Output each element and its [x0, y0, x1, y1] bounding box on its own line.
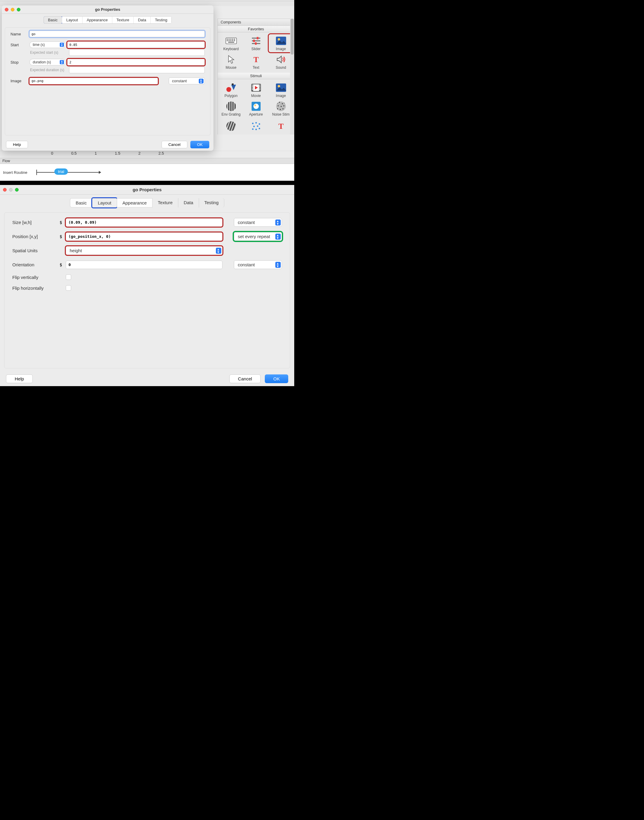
- insert-routine-button[interactable]: Insert Routine: [3, 170, 27, 175]
- orientation-label: Orientation: [12, 262, 54, 267]
- svg-rect-51: [284, 103, 285, 103]
- size-label: Size [w,h]: [12, 220, 54, 225]
- tab-data[interactable]: Data: [133, 17, 150, 23]
- stop-value-input[interactable]: [67, 59, 205, 66]
- sound-icon: [275, 54, 287, 65]
- svg-rect-49: [279, 102, 280, 103]
- tab-testing[interactable]: Testing: [199, 198, 225, 207]
- svg-rect-27: [252, 86, 253, 87]
- tab-layout[interactable]: Layout: [62, 17, 83, 23]
- component-env-grating[interactable]: Env Grating: [219, 100, 243, 118]
- maximize-icon[interactable]: [17, 8, 20, 11]
- tab-appearance[interactable]: Appearance: [117, 198, 152, 207]
- flow-timeline: trial: [36, 172, 100, 173]
- svg-rect-41: [232, 101, 233, 111]
- movie-icon: [250, 82, 262, 93]
- tab-texture[interactable]: Texture: [152, 198, 178, 207]
- minimize-icon[interactable]: [9, 188, 12, 192]
- component-mouse[interactable]: Mouse: [219, 53, 243, 71]
- minimize-icon[interactable]: [11, 8, 14, 11]
- flip-horiz-label: Flip horizontally: [12, 285, 54, 291]
- svg-rect-4: [232, 39, 233, 40]
- svg-rect-50: [282, 103, 283, 104]
- close-icon[interactable]: [3, 188, 7, 192]
- svg-rect-54: [284, 106, 284, 106]
- cancel-button[interactable]: Cancel: [161, 141, 187, 148]
- position-label: Position [x,y]: [12, 234, 54, 239]
- ok-button[interactable]: OK: [265, 374, 288, 383]
- flow-canvas: Insert Routine trial: [0, 164, 294, 181]
- svg-rect-22: [232, 83, 233, 85]
- svg-rect-57: [282, 109, 284, 109]
- component-movie[interactable]: Movie: [244, 81, 268, 99]
- components-scrollbar[interactable]: [290, 18, 294, 135]
- maximize-icon[interactable]: [15, 188, 18, 192]
- tabs: Basic Layout Appearance Texture Data Tes…: [43, 16, 172, 24]
- svg-point-71: [259, 128, 260, 129]
- tab-appearance[interactable]: Appearance: [83, 17, 112, 23]
- size-input[interactable]: [66, 218, 222, 227]
- svg-point-66: [259, 123, 260, 125]
- expected-start-input[interactable]: [69, 49, 205, 56]
- component-extra-1[interactable]: [219, 120, 243, 133]
- dollar-sign: $: [58, 220, 62, 225]
- start-type-select[interactable]: time (s)▲▼: [29, 41, 66, 48]
- svg-rect-30: [259, 85, 260, 86]
- spatial-units-select[interactable]: height▲▼: [66, 246, 222, 255]
- component-text[interactable]: T Text: [244, 53, 268, 71]
- flow-node-trial[interactable]: trial: [54, 169, 68, 175]
- cancel-button[interactable]: Cancel: [229, 374, 261, 383]
- dialog-title: go Properties: [0, 187, 294, 192]
- component-sound[interactable]: Sound: [269, 53, 293, 71]
- component-image-stim[interactable]: Image: [269, 81, 293, 99]
- spatial-units-label: Spatial Units: [12, 248, 54, 253]
- svg-rect-7: [228, 40, 230, 41]
- close-icon[interactable]: [5, 8, 8, 11]
- position-input[interactable]: [66, 232, 222, 241]
- component-slider[interactable]: Slider: [244, 34, 268, 52]
- tab-data[interactable]: Data: [178, 198, 199, 207]
- tab-testing[interactable]: Testing: [151, 17, 172, 23]
- svg-rect-1: [227, 39, 228, 40]
- stimuli-header: Stimuli: [218, 73, 294, 79]
- image-path-input[interactable]: [29, 78, 158, 84]
- svg-rect-10: [234, 40, 235, 41]
- ok-button[interactable]: OK: [190, 141, 209, 148]
- component-aperture[interactable]: Aperture: [244, 100, 268, 118]
- svg-rect-52: [278, 106, 279, 106]
- image-mode-select[interactable]: constant▲▼: [169, 77, 205, 84]
- stop-type-select[interactable]: duration (s)▲▼: [29, 59, 66, 66]
- svg-rect-53: [281, 106, 282, 107]
- orientation-mode-select[interactable]: constant▲▼: [234, 260, 282, 269]
- component-noise-stim[interactable]: Noise Stim: [269, 100, 293, 118]
- keyboard-icon: [225, 35, 237, 46]
- start-value-input[interactable]: [67, 41, 205, 48]
- tab-basic[interactable]: Basic: [70, 198, 92, 207]
- svg-rect-9: [232, 40, 233, 41]
- orientation-input[interactable]: [66, 261, 222, 269]
- expected-stop-label: Expected duration (s): [29, 68, 67, 72]
- component-image-fav[interactable]: Image: [269, 34, 293, 52]
- help-button[interactable]: Help: [6, 141, 28, 148]
- svg-point-64: [252, 123, 253, 124]
- tab-texture[interactable]: Texture: [112, 17, 134, 23]
- aperture-icon: [250, 101, 262, 112]
- svg-point-45: [254, 104, 256, 106]
- component-extra-3[interactable]: T: [269, 120, 293, 133]
- component-extra-2[interactable]: [244, 120, 268, 133]
- name-input[interactable]: [29, 31, 205, 37]
- main-window-titlebar: posner.psyexp - PsychoPy Builder (v2021.…: [0, 0, 294, 6]
- component-keyboard[interactable]: Keyboard: [219, 34, 243, 52]
- position-mode-select[interactable]: set every repeat▲▼: [234, 232, 282, 241]
- expected-start-label: Expected start (s): [29, 51, 67, 55]
- flip-vert-checkbox[interactable]: [66, 274, 71, 280]
- size-mode-select[interactable]: constant▲▼: [234, 218, 282, 227]
- help-button[interactable]: Help: [6, 374, 33, 383]
- component-polygon[interactable]: Polygon: [219, 81, 243, 99]
- noise-icon: [275, 101, 287, 112]
- tab-layout[interactable]: Layout: [92, 198, 117, 207]
- grating-icon: [225, 101, 237, 112]
- flip-horiz-checkbox[interactable]: [66, 285, 71, 291]
- expected-stop-input[interactable]: [69, 67, 205, 73]
- tab-basic[interactable]: Basic: [44, 17, 62, 23]
